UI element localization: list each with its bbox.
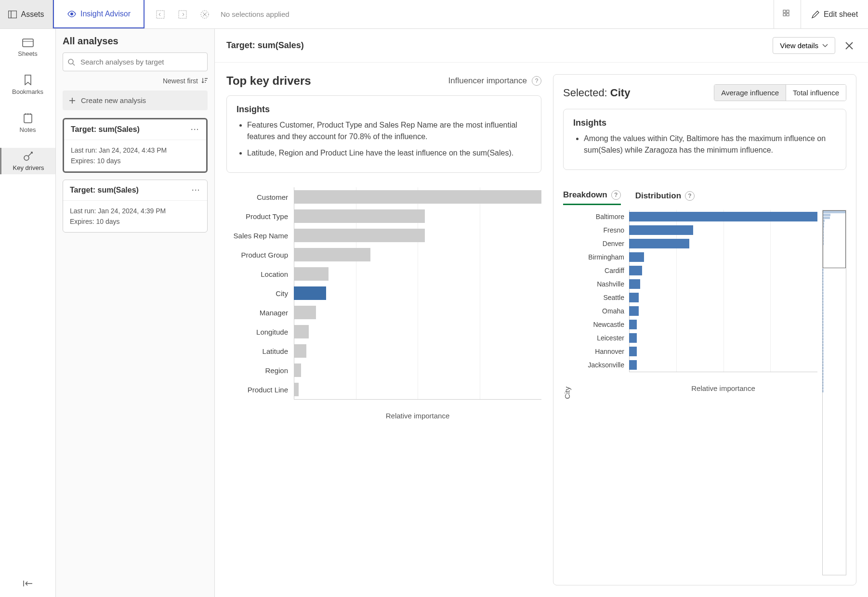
bar-row[interactable]: Denver	[576, 237, 817, 250]
bar-label: Sales Rep Name	[226, 232, 294, 240]
bar-row[interactable]: Newcastle	[576, 318, 817, 331]
bar-row[interactable]: Seattle	[576, 291, 817, 304]
bar-row[interactable]: Baltimore	[576, 210, 817, 223]
svg-rect-10	[783, 13, 786, 16]
bar-row[interactable]: Leicester	[576, 331, 817, 345]
bar-label: Longitude	[226, 328, 294, 336]
step-fwd-icon[interactable]	[176, 8, 189, 21]
bar-label: Customer	[226, 193, 294, 201]
apps-grid-button[interactable]	[774, 0, 801, 28]
bar-row[interactable]: Longitude	[226, 322, 541, 341]
chart-mini-scroll[interactable]	[822, 210, 846, 575]
view-details-button[interactable]: View details	[773, 37, 835, 54]
bar-row[interactable]: Omaha	[576, 304, 817, 318]
rail-sheets-label: Sheets	[18, 50, 37, 57]
edit-sheet-button[interactable]: Edit sheet	[801, 0, 868, 28]
bar-label: Region	[226, 366, 294, 375]
bar-label: Nashville	[576, 280, 629, 288]
rail-bookmarks[interactable]: Bookmarks	[0, 72, 55, 98]
svg-point-20	[68, 59, 73, 64]
step-back-icon[interactable]	[154, 8, 167, 21]
bar-row[interactable]: Latitude	[226, 341, 541, 361]
city-x-label: Relative importance	[576, 384, 817, 392]
insight-advisor-button[interactable]: Insight Advisor	[53, 0, 145, 28]
clear-selections-icon[interactable]	[198, 8, 211, 21]
bar-row[interactable]: Manager	[226, 303, 541, 322]
help-icon[interactable]: ?	[685, 191, 695, 201]
close-button[interactable]	[842, 39, 856, 52]
bar-row[interactable]: Product Line	[226, 380, 541, 399]
sheets-icon	[22, 39, 34, 47]
scroll-thumb[interactable]	[823, 210, 846, 268]
view-details-label: View details	[780, 41, 818, 50]
create-analysis-button[interactable]: Create new analysis	[63, 91, 208, 110]
tab-distribution[interactable]: Distribution ?	[635, 187, 695, 205]
bar-row[interactable]: Fresno	[576, 223, 817, 237]
insight-item: Features Customer, Product Type and Sale…	[247, 119, 531, 143]
city-bar-chart[interactable]: City BaltimoreFresnoDenverBirminghamCard…	[563, 210, 846, 575]
assets-button[interactable]: Assets	[0, 0, 53, 28]
svg-rect-9	[787, 10, 789, 13]
analysis-card-title: Target: sum(Sales)	[70, 186, 139, 195]
last-run: Last run: Jan 24, 2024, 4:39 PM	[70, 206, 200, 216]
bar-row[interactable]: Nashville	[576, 277, 817, 291]
influence-toggle: Average influence Total influence	[714, 84, 846, 101]
assets-label: Assets	[21, 10, 44, 19]
svg-point-18	[24, 156, 29, 160]
avg-influence-button[interactable]: Average influence	[714, 85, 786, 101]
rail-notes[interactable]: Notes	[0, 110, 55, 136]
bar-row[interactable]: Region	[226, 361, 541, 380]
edit-sheet-label: Edit sheet	[824, 10, 858, 19]
bar-row[interactable]: Cardiff	[576, 264, 817, 277]
analysis-card-title: Target: sum(Sales)	[71, 125, 140, 134]
selected-insights-box: Insights Among the values within City, B…	[563, 109, 846, 170]
bookmark-icon	[24, 75, 32, 85]
bar-label: Omaha	[576, 307, 629, 315]
more-icon[interactable]: ···	[192, 186, 200, 194]
bar-row[interactable]: Product Type	[226, 207, 541, 226]
bar-label: Location	[226, 270, 294, 278]
more-icon[interactable]: ···	[191, 126, 199, 133]
help-icon[interactable]: ?	[532, 76, 541, 86]
drivers-subtitle: Influencer importance	[448, 76, 527, 86]
top-toolbar: Assets Insight Advisor No selections app…	[0, 0, 868, 29]
bar-row[interactable]: Customer	[226, 187, 541, 207]
drivers-bar-chart[interactable]: CustomerProduct TypeSales Rep NameProduc…	[226, 182, 541, 425]
plus-icon	[68, 97, 76, 104]
expires: Expires: 10 days	[71, 156, 199, 166]
tab-breakdown[interactable]: Breakdown ?	[563, 186, 621, 205]
bar-row[interactable]: Hannover	[576, 345, 817, 358]
collapse-rail-button[interactable]	[23, 580, 33, 587]
total-influence-button[interactable]: Total influence	[786, 85, 846, 101]
bar-row[interactable]: City	[226, 284, 541, 303]
help-icon[interactable]: ?	[611, 190, 621, 200]
bar-label: Cardiff	[576, 267, 629, 274]
bar-label: Product Group	[226, 251, 294, 259]
bar-row[interactable]: Jacksonville	[576, 358, 817, 372]
bar-row[interactable]: Product Group	[226, 245, 541, 264]
svg-point-2	[70, 13, 73, 15]
svg-rect-0	[9, 11, 17, 18]
bar-label: Product Line	[226, 386, 294, 394]
rail-sheets[interactable]: Sheets	[0, 36, 55, 60]
bar-label: Jacksonville	[576, 361, 629, 369]
bar-label: Denver	[576, 240, 629, 247]
insight-item: Latitude, Region and Product Line have t…	[247, 147, 531, 159]
bar-row[interactable]: Sales Rep Name	[226, 226, 541, 245]
notes-icon	[23, 113, 33, 123]
create-label: Create new analysis	[81, 96, 146, 104]
bar-label: City	[226, 289, 294, 298]
rail-key-drivers[interactable]: Key drivers	[0, 148, 55, 174]
sort-button[interactable]: Newest first	[63, 77, 208, 85]
bar-label: Fresno	[576, 226, 629, 234]
bar-row[interactable]: Location	[226, 264, 541, 284]
rail-notes-label: Notes	[20, 126, 36, 133]
bar-row[interactable]: Birmingham	[576, 250, 817, 264]
content-header: Target: sum(Sales) View details	[215, 29, 868, 63]
search-input[interactable]	[63, 52, 208, 71]
analysis-card[interactable]: Target: sum(Sales)···Last run: Jan 24, 2…	[63, 180, 208, 233]
analysis-card[interactable]: Target: sum(Sales)···Last run: Jan 24, 2…	[63, 118, 208, 173]
selected-insight-text: Among the values within City, Baltimore …	[584, 133, 836, 156]
panel-icon	[8, 11, 17, 18]
left-rail: Sheets Bookmarks Notes Key drivers	[0, 29, 56, 597]
